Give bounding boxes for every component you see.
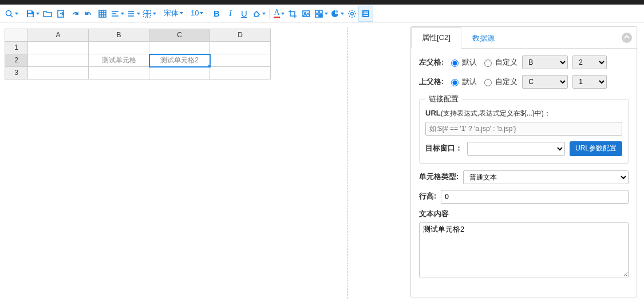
- left-parent-custom-radio[interactable]: 自定义: [481, 58, 517, 67]
- row-height-input[interactable]: [441, 190, 629, 204]
- cell[interactable]: [149, 67, 210, 80]
- chevron-down-icon: [180, 12, 183, 14]
- target-window-select[interactable]: [467, 142, 565, 156]
- top-parent-default-radio[interactable]: 默认: [448, 77, 477, 87]
- spreadsheet[interactable]: A B C D 1 2 测试单元格 测试单元格2 3: [5, 29, 271, 80]
- svg-line-1: [11, 15, 13, 17]
- chevron-down-icon: [200, 12, 203, 14]
- link-config-legend: 链接配置: [425, 94, 462, 104]
- import-icon[interactable]: [54, 6, 68, 21]
- separator: [22, 9, 22, 19]
- separator: [269, 9, 270, 19]
- svg-rect-3: [28, 14, 33, 17]
- svg-rect-5: [99, 10, 106, 17]
- undo-icon[interactable]: [82, 6, 96, 21]
- cell[interactable]: [28, 42, 89, 54]
- chevron-down-icon: [137, 13, 140, 15]
- link-config-fieldset: 链接配置 URL(支持表达式,表达式定义在${...}中)： 目标窗口： URL…: [419, 94, 629, 164]
- cell[interactable]: 测试单元格: [89, 54, 149, 67]
- underline-button[interactable]: U: [237, 6, 251, 21]
- text-color-button[interactable]: A: [272, 6, 286, 21]
- cell[interactable]: [210, 67, 271, 80]
- open-icon[interactable]: [41, 6, 54, 21]
- row-height-label: 行高:: [419, 192, 436, 201]
- pie-chart-icon[interactable]: [329, 6, 345, 21]
- column-header[interactable]: B: [89, 29, 149, 42]
- font-family-label: 宋体: [164, 9, 179, 18]
- corner-cell[interactable]: [5, 29, 28, 42]
- properties-panel-toggle-icon[interactable]: [359, 6, 373, 21]
- chevron-down-icon: [121, 13, 124, 15]
- save-icon[interactable]: [25, 6, 41, 21]
- search-icon[interactable]: [3, 6, 19, 21]
- row-header[interactable]: 2: [5, 54, 28, 67]
- left-parent-label: 左父格:: [419, 58, 444, 67]
- qrcode-icon[interactable]: [313, 6, 329, 21]
- row-height-row: 行高:: [419, 190, 629, 204]
- italic-button[interactable]: I: [223, 6, 237, 21]
- cell[interactable]: [28, 54, 89, 67]
- svg-point-0: [6, 10, 11, 15]
- left-parent-col-select[interactable]: B: [522, 55, 568, 69]
- window-top-strip: [0, 0, 644, 5]
- left-parent-row-select[interactable]: 2: [572, 55, 607, 69]
- text-color-letter: A: [274, 9, 279, 18]
- svg-rect-2: [28, 10, 31, 13]
- top-parent-col-select[interactable]: C: [522, 75, 568, 89]
- column-header[interactable]: D: [210, 29, 271, 42]
- top-parent-row-select[interactable]: 1: [572, 75, 607, 89]
- align-icon[interactable]: [109, 6, 125, 21]
- separator: [207, 9, 207, 19]
- svg-rect-22: [319, 10, 322, 13]
- text-content-textarea[interactable]: [419, 222, 629, 277]
- top-parent-label: 上父格:: [419, 77, 444, 87]
- url-label-sub: (支持表达式,表达式定义在${...}中)：: [441, 109, 551, 117]
- column-header[interactable]: C: [149, 29, 210, 42]
- chevron-down-icon: [325, 13, 328, 15]
- cell-selected[interactable]: 测试单元格2: [149, 54, 210, 67]
- chevron-down-icon: [341, 13, 344, 15]
- url-label-row: URL(支持表达式,表达式定义在${...}中)：: [425, 109, 622, 118]
- cell-type-label: 单元格类型:: [419, 172, 459, 182]
- row-header[interactable]: 3: [5, 67, 28, 80]
- cell[interactable]: [28, 67, 89, 80]
- url-input[interactable]: [425, 122, 622, 136]
- url-params-button[interactable]: URL参数配置: [570, 141, 622, 156]
- redo-icon[interactable]: [68, 6, 82, 21]
- row-header[interactable]: 1: [5, 42, 28, 54]
- font-size-label: 10: [191, 9, 199, 18]
- separator: [160, 9, 160, 19]
- chevron-down-icon: [262, 13, 266, 15]
- svg-rect-26: [319, 16, 321, 17]
- cell[interactable]: [89, 67, 149, 80]
- cell[interactable]: [210, 42, 271, 54]
- collapse-panel-icon[interactable]: [622, 33, 632, 43]
- chevron-down-icon: [15, 13, 18, 15]
- chevron-down-icon: [281, 13, 285, 15]
- tab-properties[interactable]: 属性[C2]: [411, 27, 461, 49]
- cell[interactable]: [149, 42, 210, 54]
- svg-rect-24: [319, 14, 321, 15]
- list-icon[interactable]: [125, 6, 141, 21]
- font-size-selector[interactable]: 10: [189, 9, 204, 18]
- cell[interactable]: [89, 42, 149, 54]
- vertical-splitter[interactable]: [347, 27, 348, 299]
- fill-color-icon[interactable]: [251, 6, 267, 21]
- border-icon[interactable]: [141, 6, 157, 21]
- column-header[interactable]: A: [28, 29, 89, 42]
- target-window-row: 目标窗口： URL参数配置: [425, 141, 622, 156]
- text-content-label: 文本内容: [419, 209, 629, 219]
- crop-icon[interactable]: [286, 6, 299, 21]
- url-label: URL: [425, 109, 441, 117]
- cell-type-select[interactable]: 普通文本: [463, 170, 629, 184]
- bold-button[interactable]: B: [210, 6, 223, 21]
- left-parent-default-radio[interactable]: 默认: [448, 58, 477, 67]
- top-parent-custom-radio[interactable]: 自定义: [481, 77, 517, 87]
- tab-datasource[interactable]: 数据源: [461, 27, 505, 49]
- image-icon[interactable]: [299, 6, 313, 21]
- font-family-selector[interactable]: 宋体: [163, 9, 184, 18]
- table-icon[interactable]: [96, 6, 109, 21]
- panel-tabs: 属性[C2] 数据源: [411, 27, 637, 49]
- cell[interactable]: [210, 54, 271, 67]
- settings-icon[interactable]: [345, 6, 359, 21]
